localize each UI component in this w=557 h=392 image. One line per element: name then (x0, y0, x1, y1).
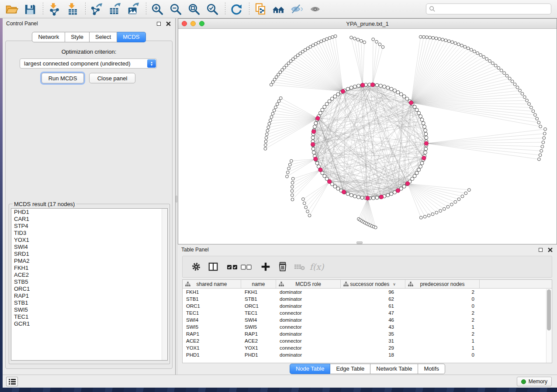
table-row[interactable]: YOX1YOX1connector291 (183, 344, 552, 351)
zoom-fit-icon[interactable] (187, 2, 201, 17)
cell-shared-name: YOX1 (183, 344, 241, 351)
split-panel-icon[interactable] (207, 260, 220, 273)
mcds-result-item[interactable]: RAP1 (11, 292, 167, 299)
close-panel-icon[interactable] (547, 246, 554, 253)
table-row[interactable]: FKH1FKH1dominator962 (183, 289, 552, 296)
table-row[interactable]: RAP1RAP1dominator352 (183, 330, 552, 337)
zoom-in-icon[interactable] (150, 2, 165, 17)
table-row[interactable]: STB1STB1dominator620 (183, 296, 552, 303)
network-window-titlebar[interactable]: YPA_prune.txt_1 (178, 19, 557, 29)
tab-edge-table[interactable]: Edge Table (330, 364, 370, 374)
main-toolbar (0, 0, 557, 18)
refresh-icon[interactable] (229, 2, 244, 17)
cell-MCDS-role: connector (276, 323, 341, 330)
zoom-out-icon[interactable] (168, 2, 183, 17)
column-header-filler (480, 280, 552, 288)
tab-style[interactable]: Style (65, 32, 90, 42)
cell-MCDS-role: dominator (276, 303, 341, 309)
mcds-result-item[interactable]: ACE2 (11, 272, 167, 279)
tab-motifs[interactable]: Motifs (418, 364, 445, 374)
copy-network-icon[interactable] (253, 2, 268, 17)
mcds-result-list[interactable]: PHD1CAR1STP4TID3YOX1SWI4SRD1PMA2FKH1ACE2… (11, 208, 168, 361)
column-header-predecessor-nodes[interactable]: predecessor nodes (405, 280, 480, 288)
control-panel: Control Panel NetworkStyleSelectMCDS Opt… (3, 18, 176, 375)
mcds-result-item[interactable]: GCR1 (11, 320, 167, 327)
cell-MCDS-role: dominator (276, 330, 341, 337)
cell-successor-nodes: 46 (341, 316, 405, 323)
show-all-icon[interactable] (308, 2, 323, 17)
cell-shared-name: STB1 (183, 296, 241, 303)
mcds-result-item[interactable]: STB1 (11, 299, 167, 306)
column-header-successor-nodes[interactable]: successor nodes∨ (341, 280, 405, 288)
close-panel-icon[interactable] (165, 20, 172, 27)
mcds-result-item[interactable]: SWI4 (11, 244, 167, 251)
search-icon (429, 6, 436, 12)
mcds-result-item[interactable]: PHD1 (11, 209, 167, 216)
column-label: predecessor nodes (420, 281, 464, 287)
run-mcds-button[interactable]: Run MCDS (42, 73, 84, 83)
table-row[interactable]: PHD1PHD1dominator180 (183, 351, 552, 358)
open-session-icon[interactable] (4, 2, 19, 17)
delete-table-icon[interactable] (293, 260, 306, 273)
table-row[interactable]: SWI5SWI5connector431 (183, 323, 552, 330)
mcds-result-item[interactable]: PMA2 (11, 258, 167, 265)
mcds-result-item[interactable]: TID3 (11, 230, 167, 237)
export-network-icon[interactable] (89, 2, 104, 17)
criterion-select[interactable]: largest connected component (undirected)… (20, 58, 157, 69)
tab-network[interactable]: Network (32, 32, 65, 42)
mcds-result-item[interactable]: SWI5 (11, 306, 167, 313)
export-image-icon[interactable] (126, 2, 141, 17)
mcds-result-item[interactable]: TEC1 (11, 313, 167, 320)
cell-name: ORC1 (241, 303, 276, 309)
mcds-result-item[interactable]: YOX1 (11, 237, 167, 244)
table-scrollbar[interactable] (546, 289, 551, 363)
mcds-result-item[interactable]: FKH1 (11, 265, 167, 272)
cell-name: STB1 (241, 296, 276, 303)
table-row[interactable]: TEC1TEC1connector472 (183, 309, 552, 316)
horizontal-splitter[interactable] (356, 241, 363, 244)
column-header-shared-name[interactable]: shared name (183, 280, 241, 288)
cell-name: TEC1 (241, 309, 276, 316)
table-row[interactable]: SWI4SWI4dominator462 (183, 316, 552, 323)
mcds-result-item[interactable]: STB5 (11, 279, 167, 285)
delete-column-icon[interactable] (276, 260, 289, 273)
memory-button[interactable]: Memory (517, 377, 552, 386)
tab-mcds[interactable]: MCDS (117, 32, 145, 42)
hide-selected-icon[interactable] (290, 2, 304, 17)
add-column-icon[interactable] (259, 260, 272, 273)
mcds-list-scrollbar[interactable] (162, 209, 167, 360)
tab-node-table[interactable]: Node Table (290, 364, 331, 374)
table-row[interactable]: ACE2ACE2connector311 (183, 337, 552, 344)
search-input[interactable] (426, 3, 551, 14)
network-canvas[interactable] (178, 29, 557, 244)
node-table: shared namenameMCDS rolesuccessor nodes∨… (182, 279, 552, 363)
table-panel-title: Table Panel (181, 247, 209, 253)
tab-network-table[interactable]: Network Table (370, 364, 418, 374)
task-history-button[interactable] (6, 377, 18, 386)
import-table-icon[interactable] (65, 2, 80, 17)
zoom-selected-icon[interactable] (205, 2, 220, 17)
table-row[interactable]: ORC1ORC1dominator610 (183, 303, 552, 309)
mcds-result-item[interactable]: STP4 (11, 223, 167, 230)
column-header-name[interactable]: name (241, 280, 276, 288)
mcds-panel: Optimization criterion: largest connecte… (5, 41, 173, 369)
mcds-result-item[interactable]: CAR1 (11, 216, 167, 223)
select-all-rows-icon[interactable] (226, 260, 239, 273)
column-header-MCDS-role[interactable]: MCDS role (276, 280, 341, 288)
float-panel-icon[interactable] (155, 20, 162, 27)
export-table-icon[interactable] (107, 2, 122, 17)
settings-icon[interactable] (190, 260, 203, 273)
mcds-result-item[interactable]: SRD1 (11, 251, 167, 258)
function-builder-icon[interactable]: f(x) (310, 260, 323, 273)
desktop-edge (0, 388, 557, 392)
deselect-all-rows-icon[interactable] (240, 260, 253, 273)
first-neighbors-icon[interactable] (271, 2, 286, 17)
import-network-icon[interactable] (47, 2, 62, 17)
tab-select[interactable]: Select (90, 32, 117, 42)
float-panel-icon[interactable] (537, 246, 544, 253)
network-window-title: YPA_prune.txt_1 (178, 21, 557, 27)
save-session-icon[interactable] (23, 2, 38, 17)
mcds-result-item[interactable]: ORC1 (11, 285, 167, 292)
toolbar-divider (249, 3, 249, 16)
close-panel-button[interactable]: Close panel (89, 73, 135, 83)
